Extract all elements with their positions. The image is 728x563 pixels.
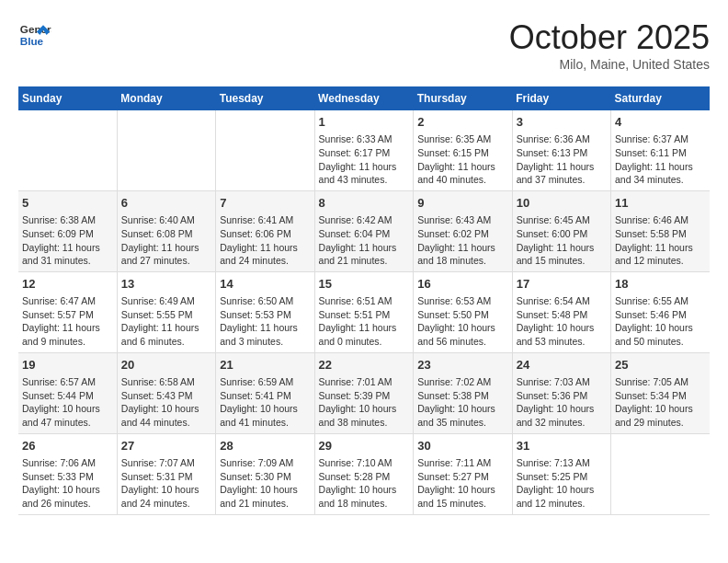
month-title: October 2025	[509, 18, 710, 57]
calendar-cell: 2Sunrise: 6:35 AM Sunset: 6:15 PM Daylig…	[414, 110, 512, 190]
day-number: 18	[615, 276, 706, 293]
day-number: 17	[517, 276, 607, 293]
calendar-cell: 7Sunrise: 6:41 AM Sunset: 6:06 PM Daylig…	[216, 190, 314, 271]
calendar-cell	[117, 110, 215, 190]
calendar-cell	[216, 110, 314, 190]
day-info: Sunrise: 6:59 AM Sunset: 5:41 PM Dayligh…	[220, 375, 310, 430]
day-info: Sunrise: 6:47 AM Sunset: 5:57 PM Dayligh…	[22, 294, 113, 349]
day-header-friday: Friday	[512, 86, 610, 110]
calendar-cell: 24Sunrise: 7:03 AM Sunset: 5:36 PM Dayli…	[512, 352, 610, 433]
calendar-cell: 3Sunrise: 6:36 AM Sunset: 6:13 PM Daylig…	[512, 110, 610, 190]
day-number: 13	[121, 276, 211, 293]
calendar-cell: 30Sunrise: 7:11 AM Sunset: 5:27 PM Dayli…	[414, 433, 512, 514]
days-header-row: SundayMondayTuesdayWednesdayThursdayFrid…	[18, 86, 710, 110]
calendar-cell: 23Sunrise: 7:02 AM Sunset: 5:38 PM Dayli…	[414, 352, 512, 433]
day-number: 2	[417, 114, 507, 131]
day-number: 15	[319, 276, 410, 293]
day-info: Sunrise: 6:51 AM Sunset: 5:51 PM Dayligh…	[319, 294, 410, 349]
week-row-5: 26Sunrise: 7:06 AM Sunset: 5:33 PM Dayli…	[18, 433, 710, 514]
calendar-cell: 13Sunrise: 6:49 AM Sunset: 5:55 PM Dayli…	[117, 271, 215, 352]
day-number: 6	[121, 195, 211, 212]
day-info: Sunrise: 6:50 AM Sunset: 5:53 PM Dayligh…	[220, 294, 310, 349]
day-number: 23	[417, 357, 507, 373]
calendar-cell: 25Sunrise: 7:05 AM Sunset: 5:34 PM Dayli…	[611, 352, 710, 433]
calendar-cell: 31Sunrise: 7:13 AM Sunset: 5:25 PM Dayli…	[512, 433, 610, 514]
day-number: 8	[319, 195, 410, 212]
day-info: Sunrise: 6:33 AM Sunset: 6:17 PM Dayligh…	[319, 132, 410, 187]
title-block: October 2025 Milo, Maine, United States	[509, 18, 710, 72]
day-info: Sunrise: 7:09 AM Sunset: 5:30 PM Dayligh…	[220, 456, 310, 511]
day-info: Sunrise: 6:58 AM Sunset: 5:43 PM Dayligh…	[121, 375, 211, 430]
day-number: 14	[220, 276, 310, 293]
calendar-cell	[18, 110, 117, 190]
day-header-sunday: Sunday	[18, 86, 117, 110]
day-info: Sunrise: 6:57 AM Sunset: 5:44 PM Dayligh…	[22, 375, 113, 430]
calendar-cell: 17Sunrise: 6:54 AM Sunset: 5:48 PM Dayli…	[512, 271, 610, 352]
day-number: 12	[22, 276, 113, 293]
day-info: Sunrise: 6:49 AM Sunset: 5:55 PM Dayligh…	[121, 294, 211, 349]
day-info: Sunrise: 7:13 AM Sunset: 5:25 PM Dayligh…	[517, 456, 607, 511]
calendar-cell: 18Sunrise: 6:55 AM Sunset: 5:46 PM Dayli…	[611, 271, 710, 352]
calendar-cell: 20Sunrise: 6:58 AM Sunset: 5:43 PM Dayli…	[117, 352, 215, 433]
svg-text:Blue: Blue	[20, 35, 44, 47]
day-number: 21	[220, 357, 310, 373]
day-number: 22	[319, 357, 410, 373]
day-header-saturday: Saturday	[611, 86, 710, 110]
day-info: Sunrise: 6:53 AM Sunset: 5:50 PM Dayligh…	[417, 294, 507, 349]
day-info: Sunrise: 6:35 AM Sunset: 6:15 PM Dayligh…	[417, 132, 507, 187]
calendar-cell: 9Sunrise: 6:43 AM Sunset: 6:02 PM Daylig…	[414, 190, 512, 271]
day-number: 9	[417, 195, 507, 212]
day-info: Sunrise: 7:07 AM Sunset: 5:31 PM Dayligh…	[121, 456, 211, 511]
day-header-tuesday: Tuesday	[216, 86, 314, 110]
week-row-1: 1Sunrise: 6:33 AM Sunset: 6:17 PM Daylig…	[18, 110, 710, 190]
day-number: 19	[22, 357, 113, 373]
page-header: General Blue October 2025 Milo, Maine, U…	[18, 18, 710, 72]
day-info: Sunrise: 7:11 AM Sunset: 5:27 PM Dayligh…	[417, 456, 507, 511]
day-number: 30	[417, 438, 507, 454]
day-info: Sunrise: 6:54 AM Sunset: 5:48 PM Dayligh…	[517, 294, 607, 349]
day-info: Sunrise: 7:06 AM Sunset: 5:33 PM Dayligh…	[22, 456, 113, 511]
calendar-cell: 11Sunrise: 6:46 AM Sunset: 5:58 PM Dayli…	[611, 190, 710, 271]
calendar-cell: 16Sunrise: 6:53 AM Sunset: 5:50 PM Dayli…	[414, 271, 512, 352]
calendar-table: SundayMondayTuesdayWednesdayThursdayFrid…	[18, 86, 710, 515]
day-info: Sunrise: 7:03 AM Sunset: 5:36 PM Dayligh…	[517, 375, 607, 430]
day-number: 29	[319, 438, 410, 454]
location: Milo, Maine, United States	[509, 57, 710, 72]
day-info: Sunrise: 7:02 AM Sunset: 5:38 PM Dayligh…	[417, 375, 507, 430]
day-number: 20	[121, 357, 211, 373]
day-number: 10	[517, 195, 607, 212]
day-number: 16	[417, 276, 507, 293]
calendar-cell	[611, 433, 710, 514]
day-header-monday: Monday	[117, 86, 215, 110]
calendar-cell: 10Sunrise: 6:45 AM Sunset: 6:00 PM Dayli…	[512, 190, 610, 271]
day-number: 27	[121, 438, 211, 454]
calendar-cell: 29Sunrise: 7:10 AM Sunset: 5:28 PM Dayli…	[314, 433, 414, 514]
day-number: 28	[220, 438, 310, 454]
day-number: 1	[319, 114, 410, 131]
day-info: Sunrise: 6:46 AM Sunset: 5:58 PM Dayligh…	[615, 213, 706, 268]
calendar-cell: 26Sunrise: 7:06 AM Sunset: 5:33 PM Dayli…	[18, 433, 117, 514]
calendar-cell: 28Sunrise: 7:09 AM Sunset: 5:30 PM Dayli…	[216, 433, 314, 514]
day-info: Sunrise: 6:40 AM Sunset: 6:08 PM Dayligh…	[121, 213, 211, 268]
calendar-cell: 22Sunrise: 7:01 AM Sunset: 5:39 PM Dayli…	[314, 352, 414, 433]
day-info: Sunrise: 6:43 AM Sunset: 6:02 PM Dayligh…	[417, 213, 507, 268]
calendar-cell: 6Sunrise: 6:40 AM Sunset: 6:08 PM Daylig…	[117, 190, 215, 271]
calendar-cell: 4Sunrise: 6:37 AM Sunset: 6:11 PM Daylig…	[611, 110, 710, 190]
day-number: 24	[517, 357, 607, 373]
calendar-cell: 15Sunrise: 6:51 AM Sunset: 5:51 PM Dayli…	[314, 271, 414, 352]
logo-icon: General Blue	[18, 18, 51, 52]
week-row-3: 12Sunrise: 6:47 AM Sunset: 5:57 PM Dayli…	[18, 271, 710, 352]
calendar-cell: 5Sunrise: 6:38 AM Sunset: 6:09 PM Daylig…	[18, 190, 117, 271]
day-info: Sunrise: 7:05 AM Sunset: 5:34 PM Dayligh…	[615, 375, 706, 430]
day-number: 5	[22, 195, 113, 212]
day-info: Sunrise: 7:01 AM Sunset: 5:39 PM Dayligh…	[319, 375, 410, 430]
week-row-4: 19Sunrise: 6:57 AM Sunset: 5:44 PM Dayli…	[18, 352, 710, 433]
day-info: Sunrise: 6:36 AM Sunset: 6:13 PM Dayligh…	[517, 132, 607, 187]
calendar-cell: 27Sunrise: 7:07 AM Sunset: 5:31 PM Dayli…	[117, 433, 215, 514]
day-number: 3	[517, 114, 607, 131]
day-info: Sunrise: 6:38 AM Sunset: 6:09 PM Dayligh…	[22, 213, 113, 268]
day-info: Sunrise: 6:37 AM Sunset: 6:11 PM Dayligh…	[615, 132, 706, 187]
calendar-cell: 19Sunrise: 6:57 AM Sunset: 5:44 PM Dayli…	[18, 352, 117, 433]
day-number: 25	[615, 357, 706, 373]
day-number: 26	[22, 438, 113, 454]
